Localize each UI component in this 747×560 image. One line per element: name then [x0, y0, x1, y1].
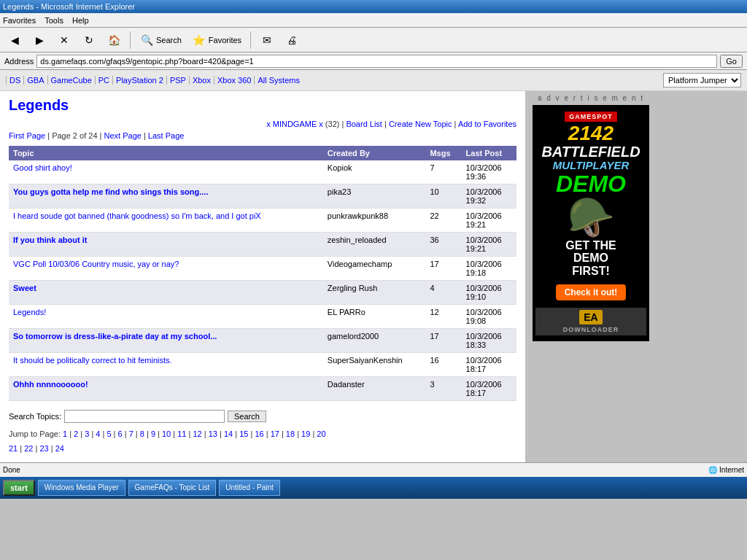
- created-by-cell: EL PARRo: [323, 305, 426, 329]
- topic-link[interactable]: It should be politically correct to hit …: [13, 356, 172, 365]
- nav-gba[interactable]: GBA: [24, 76, 47, 85]
- table-row: SweetZergling Rush410/3/2006 19:10: [9, 281, 516, 305]
- topic-link[interactable]: I heard soude got banned (thank goodness…: [13, 211, 261, 220]
- nav-xbox360[interactable]: Xbox 360: [214, 76, 255, 85]
- nav-gamecube[interactable]: GameCube: [48, 76, 96, 85]
- address-bar: Address Go: [0, 52, 747, 70]
- page-sep: |: [171, 429, 177, 438]
- search-input[interactable]: [64, 410, 225, 423]
- last-post-cell: 10/3/2006 19:18: [462, 257, 516, 281]
- topic-link[interactable]: You guys gotta help me find who sings th…: [13, 187, 208, 196]
- stop-icon: ✕: [57, 33, 71, 47]
- page-sep: |: [310, 429, 317, 438]
- check-button[interactable]: Check it out!: [556, 284, 627, 300]
- page-link[interactable]: 17: [271, 429, 279, 438]
- topic-link[interactable]: VGC Poll 10/03/06 Country music, yay or …: [13, 260, 179, 268]
- back-button[interactable]: ◀: [4, 31, 25, 49]
- platform-jumper: Platform Jumper DS GBA GameCube PC PlayS…: [663, 73, 741, 88]
- ea-sub: DOWNLOADER: [563, 326, 619, 333]
- cta-demo: DEMO: [535, 252, 646, 265]
- first-page-link[interactable]: First Page: [9, 131, 45, 140]
- created-by-cell: Videogamechamp: [323, 257, 426, 281]
- search-toolbar-button[interactable]: 🔍 Search: [136, 31, 185, 49]
- cta-first: FIRST!: [535, 265, 646, 278]
- board-list-link[interactable]: Board List: [346, 120, 382, 128]
- page-sep: |: [49, 444, 55, 453]
- print-button[interactable]: 🖨: [282, 31, 302, 49]
- add-favorites-link[interactable]: Add to Favorites: [458, 120, 516, 128]
- table-row: It should be politically correct to hit …: [9, 353, 516, 377]
- menu-favorites[interactable]: Favorites: [3, 16, 36, 25]
- username-link[interactable]: x MINDGAME x: [266, 120, 323, 128]
- content-area: Legends x MINDGAME x (32) | Board List |…: [0, 91, 525, 462]
- msgs-cell: 10: [425, 184, 461, 209]
- forward-button[interactable]: ▶: [29, 31, 50, 49]
- browser-titlebar: Legends - Microsoft Internet Explorer: [0, 0, 747, 13]
- page-link[interactable]: 15: [239, 429, 248, 438]
- topic-cell: Legends!: [9, 305, 323, 329]
- page-link[interactable]: 22: [24, 444, 33, 453]
- nav-ds[interactable]: DS: [6, 76, 24, 85]
- nav-psp[interactable]: PSP: [167, 76, 190, 85]
- topic-link[interactable]: If you think about it: [13, 236, 87, 244]
- page-sep: |: [144, 429, 151, 438]
- toolbar-sep-1: [130, 31, 131, 49]
- page-link[interactable]: 23: [39, 444, 48, 453]
- address-input[interactable]: [36, 55, 717, 68]
- back-icon: ◀: [7, 33, 22, 47]
- favorites-toolbar-button[interactable]: ⭐ Favorites: [189, 31, 244, 49]
- taskbar: start Windows Media Player GameFAQs - To…: [0, 477, 747, 499]
- next-page-link[interactable]: Next Page: [104, 131, 142, 140]
- platform-jumper-select[interactable]: Platform Jumper DS GBA GameCube PC PlayS…: [663, 73, 741, 88]
- page-link[interactable]: 16: [255, 429, 263, 438]
- topic-link[interactable]: Ohhh nnnnoooooo!: [13, 380, 88, 389]
- start-button[interactable]: start: [3, 480, 35, 496]
- page-link[interactable]: 12: [193, 429, 201, 438]
- page-sep: |: [78, 429, 85, 438]
- msgs-cell: 36: [425, 233, 461, 257]
- msgs-cell: 16: [425, 353, 461, 377]
- taskbar-mediaplayer[interactable]: Windows Media Player: [38, 480, 125, 496]
- created-by-cell: zeshin_reloaded: [323, 233, 426, 257]
- page-link[interactable]: 21: [9, 444, 18, 453]
- topic-link[interactable]: Good shirt ahoy!: [13, 163, 72, 172]
- topic-cell: It should be politically correct to hit …: [9, 353, 323, 377]
- topic-cell: So tomorrow is dress-like-a-pirate day a…: [9, 329, 323, 353]
- col-topic: Topic: [9, 146, 323, 160]
- stop-button[interactable]: ✕: [54, 31, 74, 49]
- page-link[interactable]: 20: [317, 429, 325, 438]
- page-link[interactable]: 19: [301, 429, 310, 438]
- home-button[interactable]: 🏠: [104, 31, 124, 49]
- zone-indicator: 🌐 Internet: [708, 466, 744, 474]
- mail-button[interactable]: ✉: [257, 31, 277, 49]
- refresh-button[interactable]: ↻: [79, 31, 99, 49]
- page-link[interactable]: 13: [209, 429, 217, 438]
- search-button[interactable]: Search: [228, 411, 266, 422]
- menu-tools[interactable]: Tools: [44, 16, 63, 25]
- msgs-cell: 12: [425, 305, 461, 329]
- topic-link[interactable]: Legends!: [13, 308, 46, 316]
- create-topic-link[interactable]: Create New Topic: [389, 120, 452, 128]
- page-link[interactable]: 24: [55, 444, 64, 453]
- nav-all[interactable]: All Systems: [255, 76, 302, 85]
- mail-icon: ✉: [260, 33, 274, 47]
- taskbar-paint[interactable]: Untitled - Paint: [219, 480, 280, 496]
- last-post-cell: 10/3/2006 19:21: [462, 209, 516, 233]
- taskbar-gamefaqs[interactable]: GameFAQs - Topic List: [128, 480, 217, 496]
- year-2142: 2142: [535, 123, 646, 144]
- page-link[interactable]: 18: [286, 429, 295, 438]
- nav-xbox[interactable]: Xbox: [190, 76, 214, 85]
- menu-help[interactable]: Help: [72, 16, 89, 25]
- created-by-cell: pika23: [323, 184, 426, 209]
- nav-pc[interactable]: PC: [96, 76, 113, 85]
- topic-link[interactable]: So tomorrow is dress-like-a-pirate day a…: [13, 332, 217, 341]
- page-link[interactable]: 14: [224, 429, 233, 438]
- nav-ps2[interactable]: PlayStation 2: [113, 76, 167, 85]
- topic-link[interactable]: Sweet: [13, 284, 36, 292]
- paint-label: Untitled - Paint: [225, 483, 274, 491]
- go-button[interactable]: Go: [720, 55, 743, 68]
- last-page-link[interactable]: Last Page: [148, 131, 185, 140]
- table-row: If you think about itzeshin_reloaded3610…: [9, 233, 516, 257]
- page-link[interactable]: 10: [162, 429, 171, 438]
- page-link[interactable]: 11: [177, 429, 186, 438]
